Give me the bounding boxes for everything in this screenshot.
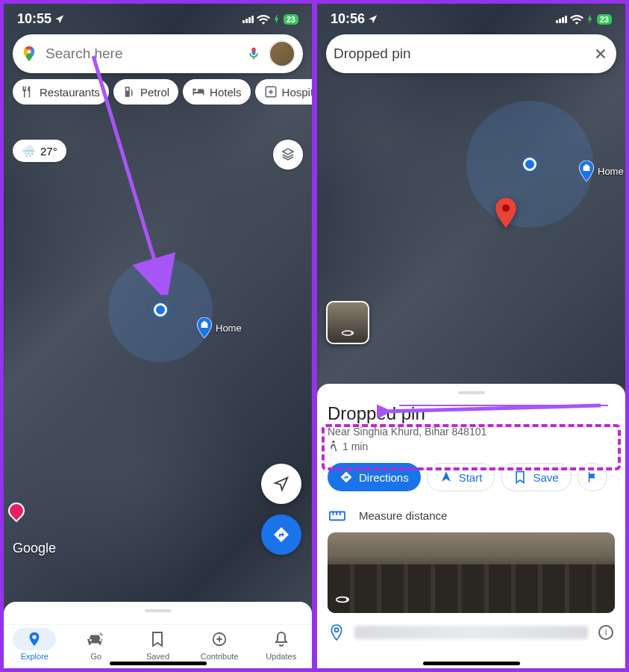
bottom-sheet-place[interactable]: Dropped pin Near Singhia Khurd, Bihar 84…	[317, 384, 625, 668]
microphone-icon[interactable]	[246, 46, 261, 61]
save-button[interactable]: Save	[501, 463, 571, 491]
tab-label: Explore	[21, 652, 48, 661]
walk-time-row: 1 min	[328, 441, 615, 452]
directions-button[interactable]: Directions	[328, 463, 421, 491]
hotel-icon	[192, 85, 205, 99]
directions-icon	[272, 526, 290, 544]
rain-cloud-icon: 🌧️	[22, 144, 36, 158]
button-label: Start	[459, 471, 483, 484]
weather-temp: 27°	[40, 145, 57, 158]
walk-time: 1 min	[342, 441, 368, 452]
tab-label: Go	[91, 652, 102, 661]
home-pin[interactable]: Home	[196, 317, 242, 338]
search-bar[interactable]	[13, 34, 303, 73]
current-location-dot	[154, 303, 167, 317]
profile-avatar[interactable]	[269, 40, 295, 67]
place-address: Near Singhia Khurd, Bihar 848101	[328, 426, 615, 438]
svg-point-4	[502, 205, 510, 212]
chip-label: Petrol	[140, 86, 169, 99]
red-pin-icon	[495, 198, 517, 228]
home-pin-icon	[196, 317, 213, 338]
search-bar[interactable]: Dropped pin	[326, 34, 616, 73]
directions-fab[interactable]	[261, 514, 301, 555]
flag-icon	[586, 470, 599, 484]
street-view-thumbnail[interactable]	[326, 301, 369, 344]
current-location-dot	[523, 158, 536, 171]
button-label: Save	[533, 471, 558, 484]
dropped-pin[interactable]	[495, 198, 517, 231]
360-icon	[335, 592, 350, 607]
status-time: 10:55	[17, 11, 51, 27]
bookmark-icon	[513, 470, 527, 484]
phone-screenshot-right: 10:56 23 Dropped pin Home Dro	[316, 2, 627, 670]
street-view-preview[interactable]	[328, 532, 615, 613]
info-icon[interactable]: i	[598, 625, 613, 640]
tab-saved[interactable]: Saved	[136, 628, 179, 661]
location-arrow-icon	[273, 476, 290, 492]
signal-icon	[556, 16, 567, 23]
home-pin-icon	[578, 161, 595, 181]
navigate-icon	[439, 470, 453, 484]
directions-icon	[339, 470, 353, 484]
google-watermark: Google	[13, 541, 56, 556]
measure-label: Measure distance	[359, 509, 447, 522]
recenter-button[interactable]	[261, 464, 301, 504]
address-detail-row[interactable]: i	[328, 613, 615, 641]
search-input[interactable]	[46, 46, 239, 62]
walk-icon	[328, 441, 338, 452]
sheet-handle[interactable]	[458, 391, 485, 394]
start-button[interactable]: Start	[427, 463, 495, 491]
plus-circle-icon	[211, 631, 228, 647]
car-icon	[87, 631, 106, 647]
svg-point-5	[342, 331, 354, 335]
wifi-icon	[570, 14, 583, 25]
phone-screenshot-left: 10:55 23 Restaurants	[2, 2, 313, 670]
tab-explore[interactable]: Explore	[13, 628, 56, 661]
status-bar: 10:56 23	[317, 4, 625, 33]
status-time: 10:56	[331, 11, 365, 27]
chip-hotels[interactable]: Hotels	[183, 79, 251, 105]
layers-button[interactable]	[273, 140, 303, 169]
tab-label: Updates	[266, 652, 296, 661]
tab-label: Contribute	[201, 652, 239, 661]
location-arrow-icon	[54, 14, 65, 25]
chip-hospitals[interactable]: Hospitals	[255, 79, 312, 105]
category-chips-row: Restaurants Petrol Hotels Hospitals	[4, 79, 312, 105]
close-icon[interactable]	[592, 46, 609, 62]
ruler-icon	[329, 510, 345, 522]
battery-level: 23	[284, 14, 298, 25]
button-label: Directions	[359, 471, 409, 484]
battery-bolt-icon	[273, 15, 281, 24]
home-pin[interactable]: Home	[578, 161, 624, 181]
annotation-underline	[399, 405, 608, 406]
address-text-blurred	[354, 626, 588, 639]
home-indicator	[423, 662, 520, 665]
chip-label: Hospitals	[282, 86, 312, 99]
petrol-icon	[122, 85, 136, 99]
tab-contribute[interactable]: Contribute	[198, 628, 241, 661]
weather-pill[interactable]: 🌧️ 27°	[13, 140, 66, 162]
pin-outline-icon	[329, 623, 344, 641]
svg-point-0	[28, 50, 31, 54]
search-value[interactable]: Dropped pin	[334, 46, 585, 62]
svg-point-9	[335, 628, 339, 632]
action-buttons-row: Directions Start Save	[328, 463, 615, 491]
chip-label: Hotels	[210, 86, 242, 99]
chip-restaurants[interactable]: Restaurants	[13, 79, 109, 105]
more-action-button[interactable]	[578, 463, 607, 491]
tab-go[interactable]: Go	[75, 628, 118, 661]
measure-distance-row[interactable]: Measure distance	[328, 499, 615, 532]
chip-petrol[interactable]: Petrol	[113, 79, 178, 105]
svg-point-8	[337, 597, 349, 603]
location-accuracy-circle	[466, 101, 593, 228]
google-maps-logo-icon	[20, 45, 38, 63]
pin-icon	[26, 631, 43, 647]
svg-point-6	[332, 441, 335, 444]
bookmark-icon	[151, 631, 164, 647]
home-indicator	[110, 662, 207, 665]
wifi-icon	[257, 14, 270, 25]
sheet-handle[interactable]	[145, 609, 172, 612]
tab-updates[interactable]: Updates	[260, 628, 303, 661]
bell-icon	[274, 631, 289, 647]
home-pin-label: Home	[216, 323, 242, 334]
